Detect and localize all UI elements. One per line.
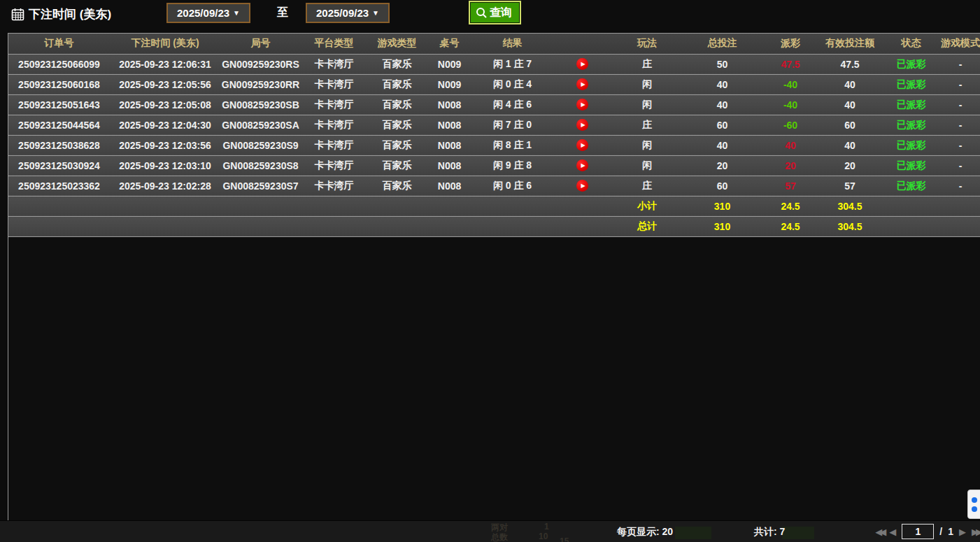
ghost-text: 两对: [491, 522, 508, 534]
total-valid-bet: 304.5: [818, 216, 881, 236]
game-mode-cell: -: [941, 155, 980, 176]
game-type-cell: 百家乐: [367, 74, 427, 94]
bet-records-table: 订单号 下注时间 (美东) 局号 平台类型 游戏类型 桌号 结果 玩法 总投注 …: [8, 34, 980, 237]
game-type-cell: 百家乐: [367, 176, 427, 196]
page-size-label: 每页显示: 20: [617, 526, 673, 539]
next-page-icon[interactable]: ▶: [959, 527, 966, 537]
valid-bet-cell: 47.5: [818, 54, 881, 74]
ghost-text: 15: [560, 536, 569, 542]
pagination-footer: 两对 1 总数 10 15 每页显示: 20 共计: 7 ◀◀ ◀ / 1 ▶ …: [0, 520, 980, 542]
replay-play-icon[interactable]: ▶: [576, 159, 588, 171]
replay-play-icon[interactable]: ▶: [576, 119, 588, 131]
total-bet-cell: 20: [682, 155, 762, 176]
table-no-cell: N009: [427, 54, 472, 74]
game-mode-cell: -: [941, 94, 980, 115]
total-bet-cell: 40: [682, 94, 762, 115]
bet-time-cell: 2025-09-23 12:05:56: [110, 74, 220, 94]
table-no-cell: N009: [427, 74, 472, 94]
status-cell: 已派彩: [881, 74, 941, 94]
platform-cell: 卡卡湾厅: [301, 115, 367, 135]
ghost-blob: [675, 527, 711, 539]
replay-play-icon[interactable]: ▶: [576, 78, 588, 90]
replay-play-icon[interactable]: ▶: [576, 99, 588, 110]
bet-records-table-area: 订单号 下注时间 (美东) 局号 平台类型 游戏类型 桌号 结果 玩法 总投注 …: [8, 33, 980, 520]
col-header-game-mode: 游戏模式: [941, 34, 980, 54]
status-cell: 已派彩: [881, 115, 941, 135]
valid-bet-cell: 57: [818, 176, 881, 196]
status-cell: 已派彩: [881, 94, 941, 115]
play-type-cell: 庄: [612, 115, 682, 135]
calendar-icon: [11, 8, 24, 21]
page-number-input[interactable]: [902, 524, 934, 539]
order-id-cell: 250923125051643: [8, 94, 110, 115]
total-bet-cell: 60: [682, 115, 762, 135]
replay-cell: ▶: [553, 135, 612, 155]
total-bet-cell: 40: [682, 74, 762, 94]
last-page-icon[interactable]: ▶▶: [972, 527, 980, 537]
total-row: 总计 310 24.5 304.5: [8, 216, 980, 236]
caret-down-icon: ▼: [233, 9, 240, 17]
result-cell: 闲 1 庄 7: [472, 54, 553, 74]
col-header-play-type: 玩法: [612, 34, 682, 54]
total-count-label: 共计: 7: [754, 526, 785, 539]
subtotal-label: 小计: [612, 196, 682, 216]
replay-play-icon[interactable]: ▶: [576, 180, 588, 192]
platform-cell: 卡卡湾厅: [301, 135, 367, 155]
toolbar: 下注时间 (美东) 2025/09/23 ▼ 至 2025/09/23 ▼ 查询: [0, 0, 980, 33]
valid-bet-cell: 40: [818, 135, 881, 155]
total-payout: 24.5: [762, 216, 818, 236]
replay-cell: ▶: [553, 74, 612, 94]
table-row: 250923125038628 2025-09-23 12:03:56 GN00…: [8, 135, 980, 155]
valid-bet-cell: 40: [818, 74, 881, 94]
bet-time-cell: 2025-09-23 12:05:08: [110, 94, 220, 115]
ghost-blob: [782, 527, 814, 539]
game-mode-cell: -: [941, 176, 980, 196]
subtotal-row: 小计 310 24.5 304.5: [8, 196, 980, 216]
col-header-total-bet: 总投注: [682, 34, 762, 54]
col-header-round-id: 局号: [220, 34, 301, 54]
result-cell: 闲 0 庄 6: [472, 176, 553, 196]
total-label: 总计: [612, 216, 682, 236]
result-cell: 闲 4 庄 6: [472, 94, 553, 115]
pager: ◀◀ ◀ / 1 ▶ ▶▶: [875, 524, 980, 539]
replay-cell: ▶: [553, 115, 612, 135]
replay-play-icon[interactable]: ▶: [576, 139, 588, 151]
play-type-cell: 庄: [612, 176, 682, 196]
first-page-icon[interactable]: ◀◀: [875, 527, 883, 537]
valid-bet-cell: 20: [818, 155, 881, 176]
status-cell: 已派彩: [881, 54, 941, 74]
order-id-cell: 250923125060168: [8, 74, 110, 94]
game-mode-cell: -: [941, 135, 980, 155]
date-to-picker[interactable]: 2025/09/23 ▼: [306, 3, 390, 23]
valid-bet-cell: 40: [818, 94, 881, 115]
payout-cell: 20: [762, 155, 818, 176]
table-no-cell: N008: [427, 115, 472, 135]
table-row: 250923125044564 2025-09-23 12:04:30 GN00…: [8, 115, 980, 135]
round-id-cell: GN009259230RR: [220, 74, 301, 94]
search-button[interactable]: 查询: [470, 2, 520, 23]
date-from-picker[interactable]: 2025/09/23 ▼: [166, 3, 250, 23]
prev-page-icon[interactable]: ◀: [889, 527, 896, 537]
result-cell: 闲 8 庄 1: [472, 135, 553, 155]
bet-time-cell: 2025-09-23 12:02:28: [110, 176, 220, 196]
bet-time-label: 下注时间 (美东): [29, 6, 111, 22]
game-mode-cell: -: [941, 54, 980, 74]
table-no-cell: N008: [427, 176, 472, 196]
replay-cell: ▶: [553, 54, 612, 74]
table-row: 250923125066099 2025-09-23 12:06:31 GN00…: [8, 54, 980, 74]
table-row: 250923125030924 2025-09-23 12:03:10 GN00…: [8, 155, 980, 176]
payout-cell: -60: [762, 115, 818, 135]
result-cell: 闲 9 庄 8: [472, 155, 553, 176]
total-bet-cell: 40: [682, 135, 762, 155]
game-mode-cell: -: [941, 74, 980, 94]
date-range-to-label: 至: [277, 6, 288, 20]
subtotal-total-bet: 310: [682, 196, 762, 216]
total-bet-cell: 50: [682, 54, 762, 74]
bet-time-cell: 2025-09-23 12:06:31: [110, 54, 220, 74]
replay-play-icon[interactable]: ▶: [576, 58, 588, 70]
table-row: 250923125023362 2025-09-23 12:02:28 GN00…: [8, 176, 980, 196]
floating-widget[interactable]: [967, 490, 980, 519]
round-id-cell: GN008259230S7: [220, 176, 301, 196]
game-type-cell: 百家乐: [367, 155, 427, 176]
round-id-cell: GN008259230S8: [220, 155, 301, 176]
